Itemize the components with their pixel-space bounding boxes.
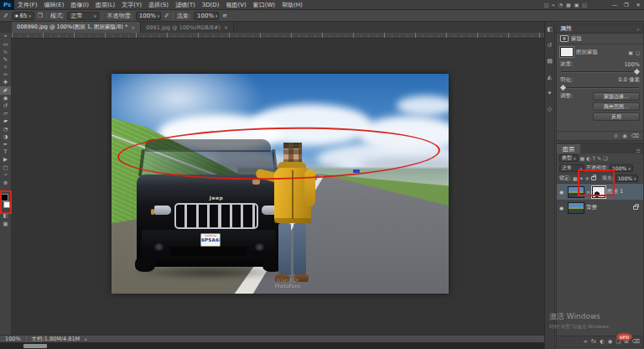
move-tool[interactable]: ⌖ (0, 33, 11, 40)
close-button[interactable]: ✕ (632, 0, 644, 10)
quick-selection-tool[interactable]: ✎ (0, 56, 11, 64)
dodge-tool[interactable]: ◑ (0, 133, 11, 140)
menu-help[interactable]: 帮助(H) (278, 0, 306, 10)
tab-layers[interactable]: 图层 (557, 144, 580, 154)
bridge-icon[interactable]: ◫ (544, 2, 549, 8)
panel-icon-5[interactable]: ◇ (548, 107, 552, 112)
menu-edit[interactable]: 编辑(E) (41, 0, 68, 10)
airbrush-icon[interactable]: ≋ (222, 13, 227, 19)
workspace-icon[interactable]: ◱ (582, 2, 587, 8)
lock-pixels-icon[interactable]: ▦ (573, 175, 578, 181)
menu-view[interactable]: 视图(V) (222, 0, 249, 10)
color-range-button[interactable]: 颜色范围… (593, 102, 640, 111)
restore-button[interactable]: ❐ (621, 0, 632, 10)
layer-thumbnail[interactable] (568, 202, 584, 214)
visibility-eye-icon[interactable]: ◉ (559, 189, 566, 195)
filter-adjustment-icon[interactable]: ◐ (586, 155, 590, 161)
canvas-area[interactable]: Jeep California 6PSA684 (12, 33, 544, 335)
flow-select[interactable]: 100% ▾ (194, 12, 219, 20)
mask-edge-button[interactable]: 蒙版边缘… (593, 92, 640, 101)
slider-knob[interactable] (560, 85, 566, 91)
guides-icon[interactable]: ⌖ (552, 2, 554, 8)
toggle-brush-panel-icon[interactable]: ❐ (38, 13, 43, 19)
density-slider[interactable] (561, 69, 639, 76)
shape-tool[interactable]: ▢ (0, 164, 11, 171)
properties-header[interactable]: 属性 » (557, 24, 643, 34)
status-menu-arrow[interactable]: ▸ (85, 336, 87, 341)
crop-tool[interactable]: ⌗ (0, 64, 11, 71)
layer-style-icon[interactable]: fx (591, 338, 596, 345)
opacity-select[interactable]: 100% ▾ (136, 12, 161, 20)
delete-layer-icon[interactable]: ⌫ (632, 338, 640, 345)
menu-select[interactable]: 选择(S) (145, 0, 172, 10)
pixel-mask-icon[interactable]: ▣ (628, 49, 633, 55)
minimize-button[interactable]: — (609, 0, 621, 10)
collapse-icon[interactable]: » (636, 26, 640, 32)
apply-mask-icon[interactable]: ◉ (622, 133, 627, 139)
screen-mode-icon[interactable]: ▣ (574, 2, 579, 8)
photo-document[interactable]: Jeep California 6PSA684 (112, 74, 449, 294)
mask-thumbnail[interactable] (560, 47, 574, 57)
close-icon[interactable]: × (131, 24, 135, 30)
menu-image[interactable]: 图像(I) (67, 0, 92, 10)
delete-mask-icon[interactable]: ⌫ (631, 133, 639, 139)
arrange-documents-icon[interactable]: ▦ (566, 2, 571, 8)
history-brush-tool[interactable]: ↺ (0, 102, 11, 110)
panel-icon-4[interactable]: ✦ (548, 91, 553, 96)
eyedropper-tool[interactable]: ✑ (0, 71, 11, 79)
blur-tool[interactable]: ◔ (0, 125, 11, 133)
brush-preset-picker[interactable]: ● 65 ▾ (12, 12, 34, 20)
eraser-tool[interactable]: ▱ (0, 110, 11, 117)
new-layer-icon[interactable]: ⊞ (624, 338, 628, 345)
lasso-tool[interactable]: ∿ (0, 48, 11, 55)
marquee-tool[interactable]: ▭ (0, 40, 11, 48)
healing-brush-tool[interactable]: ✚ (0, 79, 11, 86)
brush-tool-icon[interactable]: ✐ (3, 13, 8, 19)
menu-filter[interactable]: 滤镜(T) (172, 0, 199, 10)
filter-smart-icon[interactable]: ❏ (603, 155, 607, 161)
path-selection-tool[interactable]: ▶ (0, 156, 11, 164)
add-mask-icon[interactable]: ◐ (600, 338, 605, 345)
visibility-eye-icon[interactable]: ◉ (559, 205, 566, 211)
vector-mask-icon[interactable]: ◻ (636, 49, 640, 55)
slider-knob[interactable] (634, 69, 640, 75)
close-icon[interactable]: × (224, 24, 228, 30)
menu-window[interactable]: 窗口(W) (250, 0, 278, 10)
panel-icon-1[interactable]: ↺ (548, 43, 553, 49)
layer-name[interactable]: 背景 (586, 204, 597, 211)
gradient-tool[interactable]: ▰ (0, 117, 11, 125)
menu-type[interactable]: 文字(Y) (118, 0, 145, 10)
zoom-tool[interactable]: ⊕ (0, 180, 11, 187)
blend-mode-select[interactable]: 正常 ▾ (67, 12, 99, 20)
menu-layer[interactable]: 图层(L) (92, 0, 118, 10)
document-tab-active[interactable]: 008990.jpg @ 100%(图层 1, 图层蒙版/8) * × (12, 22, 141, 33)
panel-icon-2[interactable]: ▤ (547, 59, 553, 65)
pressure-opacity-icon[interactable]: ✐ (164, 13, 169, 19)
layer-row-background[interactable]: ◉ 背景 (557, 200, 643, 216)
zoom-level-icon[interactable]: ◔ (558, 2, 563, 8)
panel-menu-icon[interactable]: ☰ (634, 148, 643, 154)
panel-icon-0[interactable]: ◧ (547, 27, 553, 33)
document-tab-inactive[interactable]: 0991.jpg @ 100%(RGB/8#) × (141, 22, 234, 33)
new-group-icon[interactable]: ❏ (616, 338, 621, 345)
filter-shape-icon[interactable]: ✎ (597, 155, 601, 161)
zoom-level-field[interactable]: 100% (5, 336, 21, 342)
screen-mode-button[interactable]: ▣ (0, 220, 11, 228)
menu-3d[interactable]: 3D(D) (199, 0, 223, 10)
fill-select[interactable]: 100% ▾ (615, 174, 639, 182)
load-selection-icon[interactable]: ⊙ (614, 133, 618, 139)
type-tool[interactable]: T (0, 148, 11, 156)
adjustment-layer-icon[interactable]: ◉ (608, 338, 613, 345)
panel-icon-3[interactable]: ◭ (548, 75, 552, 81)
invert-button[interactable]: 反相 (593, 112, 640, 121)
brush-tool-selected[interactable]: ✐ (0, 86, 11, 94)
filter-pixel-icon[interactable]: ▦ (580, 155, 585, 161)
filter-type-select[interactable]: 类型 ▾ (559, 154, 579, 162)
menu-file[interactable]: 文件(F) (14, 0, 41, 10)
hand-tool[interactable]: ☞ (0, 171, 11, 179)
feather-slider[interactable] (561, 85, 639, 91)
filter-type-icon[interactable]: T (592, 155, 595, 161)
clone-stamp-tool[interactable]: ◉ (0, 95, 11, 102)
pen-tool[interactable]: ✒ (0, 141, 11, 148)
link-layers-icon[interactable]: ∞ (584, 338, 588, 345)
